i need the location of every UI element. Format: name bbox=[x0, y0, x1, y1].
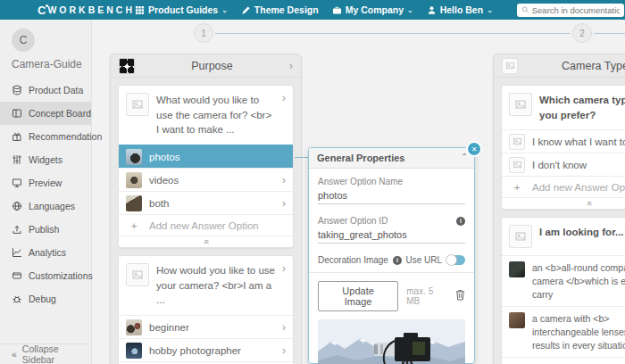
answer-option-photos[interactable]: photos bbox=[119, 145, 293, 168]
question-row[interactable]: Which camera type do you prefer? bbox=[502, 86, 625, 129]
properties-panel-header[interactable]: General Properties ˆ bbox=[309, 148, 474, 169]
answer-option-dont-know[interactable]: I don't know bbox=[502, 153, 625, 176]
option-thumbnail bbox=[126, 195, 142, 211]
question-text: Which camera type do you prefer? bbox=[539, 93, 625, 122]
search-icon bbox=[521, 5, 529, 14]
answer-option-videos[interactable]: videos › bbox=[119, 168, 293, 191]
use-url-control: Use URL bbox=[405, 255, 465, 265]
sidebar-item-label: Customizations bbox=[29, 270, 93, 281]
documentation-search bbox=[517, 4, 624, 17]
topbar: C WORKBENCH Product Guides ⌄ Theme Desig… bbox=[0, 0, 625, 20]
camera-type-title: Camera Type bbox=[523, 60, 625, 72]
top-navigation: Product Guides ⌄ Theme Design My Company… bbox=[135, 4, 625, 17]
sidebar-item-product-data[interactable]: Product Data bbox=[0, 79, 91, 102]
chevron-right-icon: › bbox=[282, 263, 286, 274]
option-label: hobby photographer bbox=[149, 345, 275, 356]
close-panel-button[interactable]: ✕ bbox=[466, 141, 482, 157]
sidebar-item-widgets[interactable]: Widgets bbox=[0, 148, 91, 171]
answer-option-interchangeable-lenses[interactable]: a camera with <b> interchangeable lenses… bbox=[502, 306, 625, 357]
add-answer-option-button[interactable]: + Add new Answer Option bbox=[502, 176, 625, 197]
sidebar-item-preview[interactable]: Preview bbox=[0, 171, 91, 194]
sidebar: C Camera-Guide Product Data Concept Boar… bbox=[0, 20, 92, 364]
sidebar-item-concept-board[interactable]: Concept Board bbox=[0, 102, 91, 125]
purpose-card-body: What would you like to use the camera fo… bbox=[111, 78, 301, 364]
answer-option-id-label: Answer Option ID i bbox=[318, 216, 465, 226]
trash-icon[interactable] bbox=[455, 288, 465, 304]
workbench-logo[interactable]: C WORKBENCH bbox=[38, 4, 135, 17]
answer-option-both[interactable]: both › bbox=[119, 191, 293, 214]
camera-type-card-header[interactable]: Camera Type › bbox=[494, 54, 625, 78]
option-label: beginner bbox=[149, 322, 275, 333]
answer-option-hobby-photographer[interactable]: hobby photographer › bbox=[119, 338, 293, 361]
gift-icon bbox=[12, 131, 22, 142]
briefcase-icon bbox=[332, 5, 342, 15]
answer-option-id-label-text: Answer Option ID bbox=[318, 216, 388, 226]
question-card-use-camera-for: What would you like to use the camera fo… bbox=[118, 85, 294, 248]
globe-icon bbox=[12, 201, 22, 211]
user-icon bbox=[427, 5, 437, 15]
nav-hello-ben[interactable]: Hello Ben ⌄ bbox=[427, 4, 493, 15]
answer-option-i-know[interactable]: I know what I want to select bbox=[502, 129, 625, 153]
info-icon[interactable]: i bbox=[393, 256, 402, 265]
search-input[interactable] bbox=[532, 5, 620, 15]
answer-option-name-field[interactable]: photos bbox=[318, 186, 465, 204]
double-chevron-up-icon: « bbox=[585, 202, 594, 207]
image-placeholder-icon bbox=[509, 93, 532, 116]
question-card-how-use-camera: How would you like to use your camera? <… bbox=[118, 255, 294, 364]
sidebar-item-label: Preview bbox=[29, 178, 62, 188]
decoration-image-preview bbox=[318, 319, 465, 364]
sidebar-item-label: Widgets bbox=[29, 154, 62, 165]
pencil-icon bbox=[241, 5, 251, 15]
use-url-toggle[interactable] bbox=[446, 255, 465, 265]
database-icon bbox=[12, 85, 22, 95]
question-row[interactable]: What would you like to use the camera fo… bbox=[119, 86, 293, 145]
option-label: I know what I want to select bbox=[532, 136, 625, 147]
close-icon: ✕ bbox=[471, 145, 478, 153]
sidebar-item-publish[interactable]: Publish bbox=[0, 218, 91, 241]
option-thumbnail bbox=[509, 261, 525, 277]
sidebar-item-customizations[interactable]: Customizations bbox=[0, 264, 91, 287]
question-card-which-camera-type: Which camera type do you prefer? I know … bbox=[501, 85, 625, 210]
answer-option-beginner[interactable]: beginner › bbox=[119, 315, 293, 338]
purpose-title: Purpose bbox=[140, 60, 284, 72]
decoration-image-row: Decoration Image i Use URL bbox=[318, 255, 465, 265]
image-placeholder-icon bbox=[509, 157, 525, 173]
sidebar-item-debug[interactable]: Debug bbox=[0, 287, 91, 310]
purpose-card-header[interactable]: Purpose › bbox=[111, 54, 301, 78]
sidebar-item-label: Product Data bbox=[29, 85, 83, 95]
answer-option-compact-camera[interactable]: an <b>all-round compact camera </b>which… bbox=[502, 255, 625, 306]
option-label: photos bbox=[149, 152, 286, 162]
chevron-right-icon: › bbox=[289, 61, 293, 71]
nav-theme-design[interactable]: Theme Design bbox=[241, 4, 319, 15]
answer-option-id-field[interactable]: taking_great_photos bbox=[318, 226, 465, 244]
sidebar-item-label: Analytics bbox=[29, 247, 66, 258]
grid-icon bbox=[135, 5, 145, 15]
step-badge-1[interactable]: 1 bbox=[194, 23, 213, 43]
option-thumbnail bbox=[509, 312, 525, 328]
bug-icon bbox=[12, 294, 22, 304]
collapse-icon: « bbox=[12, 349, 17, 360]
collapse-options-button[interactable]: « bbox=[502, 197, 625, 209]
nav-label: Theme Design bbox=[254, 4, 319, 15]
nav-my-company[interactable]: My Company ⌄ bbox=[332, 4, 413, 15]
sidebar-item-languages[interactable]: Languages bbox=[0, 194, 91, 218]
caret-down-icon: ⌄ bbox=[487, 6, 493, 14]
collapse-options-button[interactable]: « bbox=[119, 236, 293, 247]
question-row[interactable]: I am looking for... bbox=[502, 218, 625, 255]
add-answer-option-button[interactable]: + Add new Answer Option bbox=[502, 357, 625, 364]
update-image-button[interactable]: Update Image bbox=[318, 281, 398, 311]
add-answer-option-button[interactable]: + Add new Answer Option bbox=[119, 214, 293, 236]
question-row[interactable]: How would you like to use your camera? <… bbox=[119, 256, 293, 315]
sidebar-item-recommendation[interactable]: Recommendation bbox=[0, 125, 91, 148]
chevron-up-icon: ˆ bbox=[462, 155, 466, 161]
step-badge-2[interactable]: 2 bbox=[572, 23, 592, 43]
step-connector-line bbox=[215, 33, 571, 34]
avatar: C bbox=[12, 29, 35, 52]
collapse-sidebar-button[interactable]: « Collapse Sidebar bbox=[0, 343, 91, 364]
sidebar-item-analytics[interactable]: Analytics bbox=[0, 241, 91, 264]
nav-product-guides[interactable]: Product Guides ⌄ bbox=[135, 4, 228, 15]
general-properties-panel: ✕ General Properties ˆ Answer Option Nam… bbox=[308, 147, 475, 364]
info-icon[interactable]: i bbox=[456, 217, 465, 226]
decoration-image-label-text: Decoration Image bbox=[318, 255, 388, 265]
option-label: an <b>all-round compact camera </b>which… bbox=[532, 261, 625, 301]
